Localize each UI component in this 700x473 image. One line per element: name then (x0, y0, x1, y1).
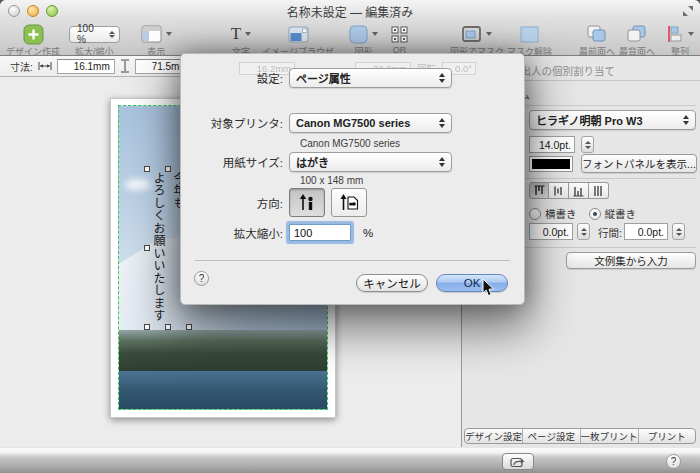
window-title: 名称未設定 — 編集済み (0, 3, 700, 20)
font-popup[interactable]: ヒラギノ明朝 Pro W3 (529, 110, 696, 130)
orientation-label: 方向: (181, 195, 289, 211)
chevron-down-icon (372, 32, 378, 36)
align-top-icon (533, 185, 546, 197)
treeline-shape (119, 330, 327, 372)
paper-size-row: 用紙サイズ: はがき (181, 152, 452, 172)
water-shape (119, 371, 327, 409)
printer-sub-label: Canon MG7500 series (300, 138, 400, 149)
text-direction-radios: 横書き 縦書き (529, 206, 636, 221)
orientation-row: 方向: (181, 188, 373, 217)
image-browser-icon (288, 25, 309, 44)
selection-handle[interactable] (186, 324, 192, 330)
shape-icon (349, 25, 368, 44)
tab-print[interactable]: プリント (638, 429, 695, 443)
toolbar-view[interactable]: 表示 (141, 23, 172, 58)
popup-arrows-icon (439, 118, 445, 128)
paper-dimensions-label: 100 x 148 mm (300, 175, 363, 186)
chevron-down-icon (688, 32, 694, 36)
horizontal-writing-radio[interactable] (529, 208, 541, 220)
add-design-icon (23, 24, 44, 45)
line-spacing-input[interactable] (624, 223, 668, 240)
width-icon (38, 61, 52, 71)
toolbar-qr[interactable]: QR (391, 23, 408, 55)
landscape-icon (339, 193, 359, 213)
vertical-writing-label: 縦書き (605, 206, 637, 221)
width-input[interactable] (57, 59, 115, 74)
selection-handle[interactable] (165, 324, 171, 330)
selection-handle[interactable] (144, 245, 150, 251)
line-spacing-stepper[interactable] (672, 223, 685, 240)
vertical-writing-radio[interactable] (589, 208, 601, 220)
divider (524, 178, 696, 179)
popup-arrows-icon (683, 115, 689, 125)
popup-arrows-icon (439, 157, 445, 167)
paper-size-popup[interactable]: はがき (289, 152, 452, 172)
ok-button[interactable]: OK (436, 274, 508, 292)
chevron-down-icon (166, 32, 172, 36)
font-panel-button[interactable]: フォントパネルを表示... (581, 154, 697, 173)
toolbar-zoom[interactable]: 100 % 拡大/縮小 (69, 23, 120, 58)
dialog-help-button[interactable]: ? (194, 271, 209, 286)
horizontal-writing-label: 横書き (545, 206, 577, 221)
bottom-bar: ? (0, 447, 700, 473)
selection-handle[interactable] (165, 166, 171, 172)
panel-tabs: デザイン設定 ページ設定 一枚プリント プリント (464, 428, 696, 444)
font-size-input[interactable] (529, 136, 575, 153)
scale-input[interactable] (289, 224, 351, 241)
paper-size-label: 用紙サイズ: (181, 154, 289, 170)
share-button[interactable] (502, 453, 534, 470)
chevron-down-icon (245, 32, 251, 36)
popup-arrows-icon (439, 73, 445, 83)
align-justify-icon (592, 185, 605, 197)
selection-handle[interactable] (144, 166, 150, 172)
char-spacing-input[interactable] (529, 223, 573, 240)
printer-popup[interactable]: Canon MG7500 series (289, 113, 452, 133)
help-button[interactable]: ? (666, 454, 681, 469)
scale-label: 拡大縮小: (181, 225, 289, 241)
portrait-icon (297, 193, 317, 213)
toolbar-design-create[interactable]: デザイン作成 (6, 23, 60, 58)
phrase-collection-button[interactable]: 文例集から入力 (566, 252, 696, 269)
height-icon (120, 59, 130, 73)
align-center-button[interactable] (549, 182, 569, 199)
toolbar: デザイン作成 100 % 拡大/縮小 表示 T 文字 イメージブラウザ 図形 Q… (0, 22, 700, 56)
font-size-stepper[interactable] (581, 136, 594, 153)
stepper-arrows-icon (109, 31, 115, 38)
fullscreen-icon[interactable] (682, 5, 694, 17)
divider (524, 105, 696, 106)
dimension-label: 寸法: (10, 59, 33, 74)
align-icon (666, 25, 684, 43)
sender-assign-label: 差出人の個別割り当て (510, 63, 615, 78)
align-center-icon (552, 185, 565, 197)
tab-page-settings[interactable]: ページ設定 (522, 429, 579, 443)
toolbar-align[interactable]: 整列 (666, 23, 694, 58)
landscape-orientation-button[interactable] (331, 188, 367, 217)
share-icon (510, 456, 526, 468)
align-bottom-icon (572, 185, 585, 197)
align-justify-button[interactable] (589, 182, 609, 199)
text-align-segmented (529, 182, 609, 199)
toolbar-bring-to-front[interactable]: 最前面へ (579, 23, 615, 58)
text-tool-icon: T (231, 25, 241, 43)
cancel-button[interactable]: キャンセル (356, 274, 428, 292)
qr-icon (391, 26, 408, 43)
align-bottom-button[interactable] (569, 182, 589, 199)
portrait-orientation-button[interactable] (289, 188, 325, 217)
text-color-well[interactable] (529, 156, 573, 172)
printer-row: 対象プリンタ: Canon MG7500 series (181, 113, 452, 133)
send-back-icon (626, 25, 647, 43)
toolbar-send-to-back[interactable]: 最背面へ (619, 23, 655, 58)
settings-row: 設定: ページ属性 (181, 68, 452, 88)
bring-front-icon (586, 25, 607, 43)
align-top-button[interactable] (529, 182, 549, 199)
tab-design-settings[interactable]: デザイン設定 (465, 429, 522, 443)
tab-single-print[interactable]: 一枚プリント (580, 429, 638, 443)
divider (195, 260, 510, 261)
scale-row: 拡大縮小: % (181, 224, 373, 241)
char-spacing-stepper[interactable] (577, 223, 590, 240)
selection-handle[interactable] (144, 324, 150, 330)
settings-label: 設定: (181, 70, 289, 86)
scale-unit: % (363, 227, 373, 239)
settings-popup[interactable]: ページ属性 (289, 68, 452, 88)
zoom-stepper[interactable]: 100 % (69, 26, 120, 43)
